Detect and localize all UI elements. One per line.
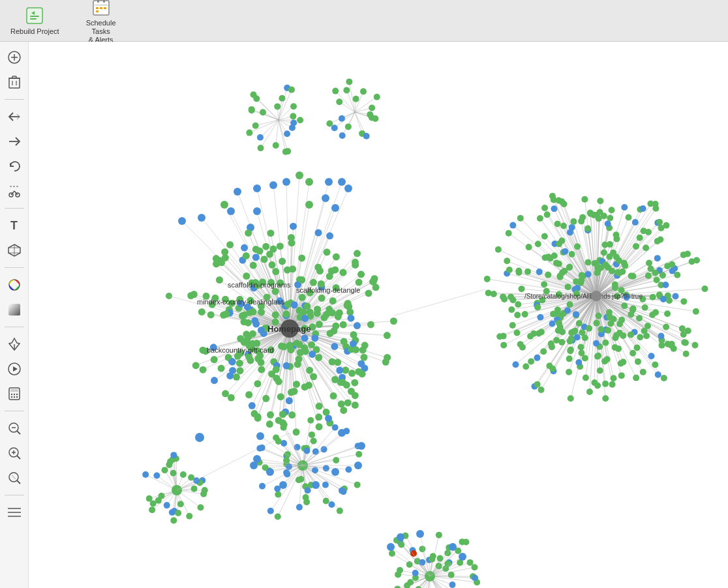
list-tool[interactable]: [3, 502, 26, 523]
schedule-label: ScheduleTasks& Alerts: [86, 19, 116, 45]
divider-6: [5, 495, 24, 495]
svg-rect-10: [96, 10, 99, 12]
box-tool[interactable]: [3, 240, 26, 261]
svg-marker-32: [13, 366, 18, 372]
divider-3: [5, 267, 24, 268]
divider-1: [5, 99, 24, 100]
zoom-out-tool[interactable]: [3, 418, 26, 439]
gradient-tool[interactable]: [3, 299, 26, 320]
calc-tool[interactable]: [3, 383, 26, 404]
svg-point-36: [13, 394, 14, 395]
svg-point-35: [10, 394, 12, 395]
color-tool[interactable]: [3, 274, 26, 295]
rebuild-label: Rebuild Project: [10, 27, 59, 36]
rebuild-project-button[interactable]: Rebuild Project: [5, 3, 65, 38]
play-tool[interactable]: [3, 359, 26, 379]
main-area: T: [0, 42, 728, 588]
back-tool[interactable]: [3, 106, 26, 127]
divider-5: [5, 411, 24, 411]
graph-canvas-area[interactable]: [29, 42, 728, 588]
divider-4: [5, 327, 24, 327]
zoom-in-tool[interactable]: [3, 443, 26, 463]
svg-rect-16: [12, 76, 16, 78]
svg-point-38: [10, 396, 12, 398]
svg-line-50: [12, 475, 16, 479]
svg-rect-7: [96, 7, 99, 9]
sidebar: T: [0, 42, 29, 588]
schedule-tasks-button[interactable]: ScheduleTasks& Alerts: [75, 0, 127, 47]
undo-tool[interactable]: [3, 156, 26, 177]
svg-point-37: [16, 394, 17, 395]
svg-rect-8: [100, 7, 102, 9]
add-tool[interactable]: [3, 47, 26, 68]
svg-rect-2: [30, 18, 37, 20]
toolbar: Rebuild Project ScheduleTasks& Alerts: [0, 0, 728, 42]
svg-rect-9: [104, 7, 106, 9]
svg-rect-5: [103, 0, 105, 3]
schedule-icon: [91, 0, 112, 18]
svg-line-49: [17, 480, 20, 484]
divider-2: [5, 208, 24, 209]
zoom-fit-tool[interactable]: [3, 467, 26, 488]
pin-tool[interactable]: [3, 334, 26, 355]
network-graph[interactable]: [29, 42, 728, 588]
rebuild-icon: [24, 5, 45, 26]
svg-rect-4: [97, 0, 99, 3]
svg-line-47: [17, 456, 20, 459]
forward-tool[interactable]: [3, 131, 26, 152]
svg-rect-34: [10, 389, 18, 392]
svg-line-43: [17, 431, 20, 434]
svg-rect-29: [8, 304, 20, 316]
svg-point-39: [13, 396, 14, 398]
cut-tool[interactable]: [3, 181, 26, 201]
svg-rect-14: [9, 78, 20, 88]
delete-tool[interactable]: [3, 72, 26, 93]
text-tool[interactable]: T: [3, 215, 26, 236]
svg-rect-1: [30, 16, 39, 17]
svg-point-40: [16, 396, 17, 398]
svg-rect-6: [95, 5, 108, 6]
